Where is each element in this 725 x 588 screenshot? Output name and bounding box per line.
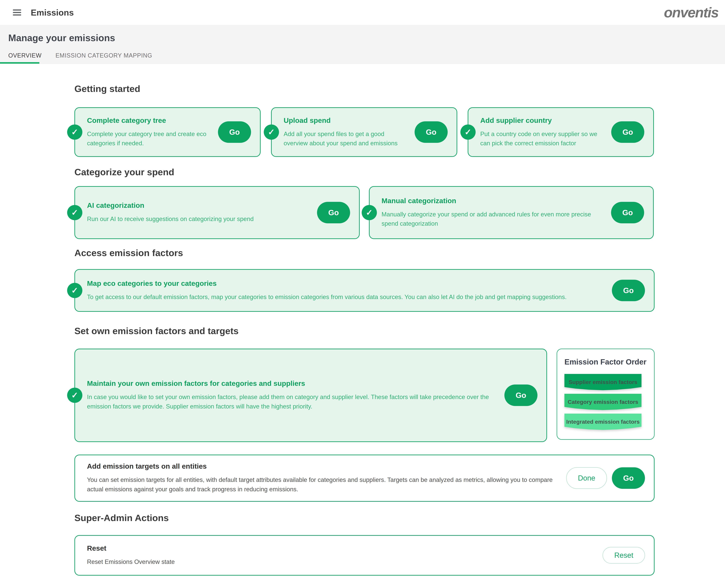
- card-title: AI categorization: [87, 201, 312, 209]
- check-icon: ✓: [67, 387, 82, 403]
- card-title: Maintain your own emission factors for c…: [87, 379, 499, 387]
- done-button[interactable]: Done: [566, 467, 607, 489]
- check-icon: ✓: [67, 125, 82, 140]
- card-complete-category-tree: ✓ Complete category tree Complete your c…: [75, 107, 261, 157]
- section-heading-categorize-your-spend: Categorize your spend: [75, 167, 725, 177]
- main-content: Getting started ✓ Complete category tree…: [0, 64, 725, 575]
- getting-started-cards: ✓ Complete category tree Complete your c…: [75, 107, 725, 157]
- ribbon-category-emission-factors: Category emission factors: [564, 394, 641, 410]
- card-title: Upload spend: [284, 117, 410, 125]
- onventis-logo: onventis: [664, 4, 720, 21]
- ribbon-supplier-emission-factors: Supplier emission factors: [564, 374, 641, 391]
- app-title: Emissions: [31, 7, 74, 18]
- top-bar: Emissions onventis: [0, 0, 725, 25]
- card-title: Add emission targets on all entities: [87, 462, 561, 470]
- card-description: Reset Emissions Overview state: [87, 557, 598, 567]
- card-description: You can set emission targets for all ent…: [87, 475, 561, 494]
- card-description: To get access to our default emission fa…: [87, 292, 607, 302]
- categorize-cards: ✓ AI categorization Run our AI to receiv…: [75, 186, 725, 239]
- go-button[interactable]: Go: [611, 202, 644, 223]
- tab-emission-category-mapping[interactable]: EMISSION CATEGORY MAPPING: [56, 52, 152, 59]
- page-header: Manage your emissions OVERVIEW EMISSION …: [0, 25, 725, 64]
- set-own-row: ✓ Maintain your own emission factors for…: [75, 349, 725, 442]
- ribbon-integrated-emission-factors: Integrated emission factors: [564, 414, 641, 430]
- card-description: Put a country code on every supplier so …: [480, 129, 606, 148]
- card-map-eco-categories: ✓ Map eco categories to your categories …: [75, 269, 655, 312]
- hamburger-menu-icon[interactable]: [13, 9, 21, 16]
- card-manual-categorization: ✓ Manual categorization Manually categor…: [369, 186, 654, 239]
- card-description: Manually categorize your spend or add ad…: [381, 210, 606, 228]
- card-title: Reset: [87, 544, 598, 552]
- card-actions: Done Go: [566, 467, 645, 489]
- section-heading-set-own-emission-factors: Set own emission factors and targets: [75, 326, 725, 336]
- card-description: In case you would like to set your own e…: [87, 393, 499, 411]
- go-button[interactable]: Go: [415, 121, 448, 143]
- card-actions: Reset: [603, 547, 645, 564]
- emission-factor-order-panel: Emission Factor Order Supplier emission …: [557, 349, 655, 440]
- card-title: Add supplier country: [480, 117, 606, 125]
- card-description: Run our AI to receive suggestions on cat…: [87, 214, 312, 224]
- card-title: Map eco categories to your categories: [87, 279, 607, 288]
- reset-button[interactable]: Reset: [603, 547, 645, 564]
- card-add-emission-targets: Add emission targets on all entities You…: [75, 455, 655, 502]
- page-title: Manage your emissions: [8, 33, 115, 43]
- card-description: Complete your category tree and create e…: [87, 129, 213, 148]
- check-icon: ✓: [460, 125, 476, 140]
- check-icon: ✓: [67, 205, 82, 220]
- tab-bar: OVERVIEW EMISSION CATEGORY MAPPING: [8, 52, 152, 59]
- go-button[interactable]: Go: [218, 121, 251, 143]
- access-cards: ✓ Map eco categories to your categories …: [75, 269, 725, 312]
- tab-overview[interactable]: OVERVIEW: [8, 52, 42, 59]
- card-maintain-own-emission-factors: ✓ Maintain your own emission factors for…: [75, 349, 547, 442]
- section-heading-super-admin-actions: Super-Admin Actions: [75, 512, 725, 523]
- go-button[interactable]: Go: [612, 280, 645, 301]
- card-description: Add all your spend files to get a good o…: [284, 129, 410, 148]
- card-upload-spend: ✓ Upload spend Add all your spend files …: [271, 107, 457, 157]
- go-button[interactable]: Go: [612, 467, 645, 489]
- check-icon: ✓: [67, 283, 82, 298]
- card-ai-categorization: ✓ AI categorization Run our AI to receiv…: [75, 186, 360, 239]
- check-icon: ✓: [264, 125, 279, 140]
- go-button[interactable]: Go: [317, 202, 350, 223]
- targets-row: Add emission targets on all entities You…: [75, 455, 725, 502]
- card-add-supplier-country: ✓ Add supplier country Put a country cod…: [468, 107, 654, 157]
- card-reset: Reset Reset Emissions Overview state Res…: [75, 535, 655, 575]
- section-heading-access-emission-factors: Access emission factors: [75, 248, 725, 258]
- emission-factor-order-title: Emission Factor Order: [564, 357, 654, 366]
- card-title: Complete category tree: [87, 117, 213, 125]
- go-button[interactable]: Go: [611, 121, 644, 143]
- card-title: Manual categorization: [381, 197, 606, 205]
- emission-factor-order-list: Supplier emission factors Category emiss…: [564, 374, 654, 430]
- go-button[interactable]: Go: [504, 384, 537, 406]
- section-heading-getting-started: Getting started: [75, 83, 725, 94]
- super-admin-row: Reset Reset Emissions Overview state Res…: [75, 535, 725, 575]
- check-icon: ✓: [362, 205, 377, 220]
- active-tab-underline: [0, 62, 39, 64]
